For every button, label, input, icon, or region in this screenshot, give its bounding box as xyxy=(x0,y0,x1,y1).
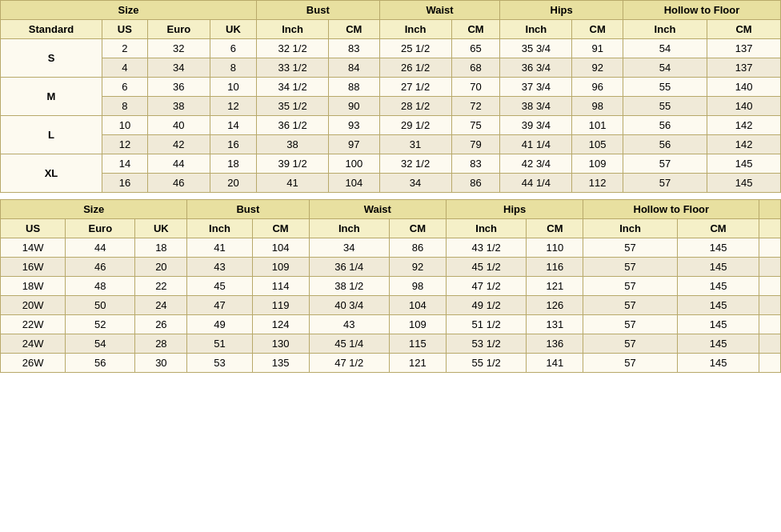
htf_cm-cell2: 145 xyxy=(677,315,759,334)
euro-cell2: 54 xyxy=(66,334,135,354)
table-row: S232632 1/28325 1/26535 3/49154137 xyxy=(1,39,781,58)
euro-cell2: 56 xyxy=(66,354,135,373)
waist_inch-cell2: 45 1/4 xyxy=(309,334,389,354)
standard-cell: XL xyxy=(1,154,102,193)
us-cell: 14 xyxy=(102,154,147,174)
waist_inch-cell2: 40 3/4 xyxy=(309,296,389,315)
waist_cm-cell2: 109 xyxy=(390,315,447,334)
uk-cell: 12 xyxy=(210,97,256,116)
hips_inch-cell: 42 3/4 xyxy=(500,154,572,174)
euro-cell2: 52 xyxy=(66,315,135,334)
htf_inch-cell: 55 xyxy=(623,97,707,116)
us-cell2: 14W xyxy=(1,238,66,258)
standard-cell: S xyxy=(1,39,102,78)
bust_cm-cell: 88 xyxy=(329,78,380,97)
waist_inch-cell: 27 1/2 xyxy=(379,78,451,97)
htf_inch-cell: 57 xyxy=(623,174,707,193)
col2-waist-cm: CM xyxy=(390,219,447,238)
col2-euro: Euro xyxy=(66,219,135,238)
htf_inch-cell: 56 xyxy=(623,135,707,154)
htf_inch-cell2: 57 xyxy=(583,296,677,315)
bust_cm-cell: 93 xyxy=(329,116,380,135)
table-row: XL14441839 1/210032 1/28342 3/410957145 xyxy=(1,154,781,174)
col-standard: Standard xyxy=(1,20,102,39)
table-row: 26W56305313547 1/212155 1/214157145 xyxy=(1,354,781,373)
waist-header: Waist xyxy=(379,1,500,20)
bust_inch-cell: 32 1/2 xyxy=(257,39,329,58)
hips_inch-cell2: 49 1/2 xyxy=(446,296,526,315)
size-header: Size xyxy=(1,1,257,20)
htf_inch-cell: 54 xyxy=(623,39,707,58)
uk-cell2: 24 xyxy=(135,296,187,315)
htf-header: Hollow to Floor xyxy=(623,1,780,20)
htf_cm-cell2: 145 xyxy=(677,277,759,296)
euro-cell: 42 xyxy=(147,135,210,154)
euro-cell: 46 xyxy=(147,174,210,193)
euro-cell: 40 xyxy=(147,116,210,135)
htf_inch-cell: 57 xyxy=(623,154,707,174)
euro-cell: 34 xyxy=(147,58,210,78)
bust_inch-cell2: 51 xyxy=(187,334,252,354)
waist_cm-cell: 86 xyxy=(451,174,500,193)
hips_inch-cell2: 51 1/2 xyxy=(446,315,526,334)
table-row: L10401436 1/29329 1/27539 3/410156142 xyxy=(1,116,781,135)
uk-cell: 6 xyxy=(210,39,256,58)
htf_cm-cell2: 145 xyxy=(677,238,759,258)
htf_inch-cell: 55 xyxy=(623,78,707,97)
waist_cm-cell2: 115 xyxy=(390,334,447,354)
euro-cell: 32 xyxy=(147,39,210,58)
waist_cm-cell: 79 xyxy=(451,135,500,154)
waist_inch-cell: 25 1/2 xyxy=(379,39,451,58)
htf_cm-cell: 140 xyxy=(707,78,781,97)
us-cell: 2 xyxy=(102,39,147,58)
col2-us: US xyxy=(1,219,66,238)
htf_inch-cell2: 57 xyxy=(583,334,677,354)
waist_inch-cell2: 47 1/2 xyxy=(309,354,389,373)
bust_cm-cell: 97 xyxy=(329,135,380,154)
bust_inch-cell: 34 1/2 xyxy=(257,78,329,97)
htf_cm-cell: 142 xyxy=(707,116,781,135)
htf_inch-cell2: 57 xyxy=(583,354,677,373)
bust_cm-cell2: 109 xyxy=(252,258,309,277)
bust_inch-cell2: 47 xyxy=(187,296,252,315)
col-bust-inch: Inch xyxy=(257,20,329,39)
bust_inch-cell: 36 1/2 xyxy=(257,116,329,135)
table-row: 18W48224511438 1/29847 1/212157145 xyxy=(1,277,781,296)
extra-cell xyxy=(759,296,781,315)
us-cell2: 16W xyxy=(1,258,66,277)
euro-cell2: 50 xyxy=(66,296,135,315)
hips_inch-cell2: 47 1/2 xyxy=(446,277,526,296)
bust_cm-cell2: 119 xyxy=(252,296,309,315)
table-row: 16462041104348644 1/411257145 xyxy=(1,174,781,193)
extra-cell xyxy=(759,277,781,296)
htf_inch-cell2: 57 xyxy=(583,277,677,296)
hips_cm-cell: 101 xyxy=(572,116,623,135)
bust_inch-cell2: 49 xyxy=(187,315,252,334)
waist_inch-cell: 34 xyxy=(379,174,451,193)
table-row: 24W54285113045 1/411553 1/213657145 xyxy=(1,334,781,354)
bust_inch-cell: 33 1/2 xyxy=(257,58,329,78)
table-row: 1242163897317941 1/410556142 xyxy=(1,135,781,154)
hips-header2: Hips xyxy=(446,200,583,219)
col-waist-inch: Inch xyxy=(379,20,451,39)
waist_cm-cell2: 92 xyxy=(390,258,447,277)
uk-cell2: 28 xyxy=(135,334,187,354)
bust_inch-cell2: 41 xyxy=(187,238,252,258)
htf-header2: Hollow to Floor xyxy=(583,200,759,219)
us-cell: 10 xyxy=(102,116,147,135)
waist_inch-cell: 26 1/2 xyxy=(379,58,451,78)
extra-col xyxy=(759,200,781,219)
standard-cell: L xyxy=(1,116,102,154)
hips_cm-cell: 91 xyxy=(572,39,623,58)
extra-cell xyxy=(759,258,781,277)
extra-cell xyxy=(759,334,781,354)
col-bust-cm: CM xyxy=(329,20,380,39)
col2-bust-inch: Inch xyxy=(187,219,252,238)
hips_inch-cell2: 55 1/2 xyxy=(446,354,526,373)
hips_inch-cell2: 53 1/2 xyxy=(446,334,526,354)
htf_cm-cell: 140 xyxy=(707,97,781,116)
us-cell2: 24W xyxy=(1,334,66,354)
htf_cm-cell2: 145 xyxy=(677,334,759,354)
waist_inch-cell2: 43 xyxy=(309,315,389,334)
htf_cm-cell: 145 xyxy=(707,174,781,193)
